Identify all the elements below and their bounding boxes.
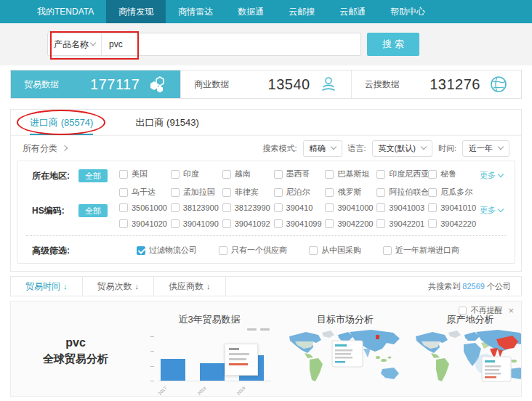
hs-checkbox[interactable]: 39041020 [119, 219, 171, 228]
hs-checkbox[interactable]: 390410 [274, 203, 326, 212]
result-count-text: 共搜索到 82569 个公司 [428, 281, 521, 292]
language-select[interactable]: 英文(默认) [372, 140, 432, 157]
trade-bar-chart[interactable]: 2017 2018 2019 [146, 326, 275, 394]
checkbox-icon [325, 203, 334, 212]
advanced-label: 高级筛选: [32, 243, 78, 257]
region-checkbox-uae[interactable]: 阿拉伯联合... [376, 187, 428, 198]
tab-exporters[interactable]: 出口商 (91543) [135, 110, 198, 135]
chart-bar [161, 359, 185, 381]
all-categories-link[interactable]: 所有分类 [23, 142, 67, 155]
hs-checkbox[interactable]: 39041010 [428, 203, 480, 212]
region-checkbox-usa[interactable]: 美国 [119, 169, 171, 179]
region-checkbox-ecuador[interactable]: 厄瓜多尔 [428, 187, 480, 198]
sort-by-trade-count[interactable]: 贸易次数 ↓ [83, 277, 155, 296]
region-more-link[interactable]: 更多 [480, 170, 503, 181]
hs-checkbox[interactable]: 39042200 [325, 219, 376, 228]
chart-x-label: 2018 [197, 386, 207, 396]
nav-item-my-tendata[interactable]: 我的TENDATA [25, 0, 106, 23]
hs-more-link[interactable]: 更多 [480, 205, 503, 216]
nav-item-business-discovery[interactable]: 商情发现 [106, 0, 166, 23]
advanced-checkbox-new-importers[interactable]: 近一年新增进口商 [383, 243, 459, 257]
nav-item-business-radar[interactable]: 商情雷达 [166, 0, 225, 23]
section-title-origin: 原产地分析 [409, 313, 522, 326]
search-combo: 产品名称 [47, 33, 361, 56]
region-checkbox-mexico[interactable]: 墨西哥 [274, 169, 326, 179]
origin-analysis-map[interactable] [412, 328, 522, 393]
region-checkbox-peru[interactable]: 秘鲁 [428, 169, 480, 179]
nav-item-help-center[interactable]: 帮助中心 [378, 0, 438, 23]
target-market-map[interactable] [286, 328, 405, 393]
chart-x-label: 2019 [236, 386, 246, 396]
hs-checkbox[interactable]: 39041099 [274, 219, 326, 228]
hs-checkbox[interactable]: 39042220 [428, 219, 480, 228]
hs-checkbox[interactable]: 39041003 [376, 203, 428, 212]
search-mode-select[interactable]: 精确 [303, 140, 342, 157]
hs-checkbox[interactable]: 39041090 [171, 219, 222, 228]
hs-checkbox[interactable]: 38123990 [222, 203, 274, 212]
advanced-checkbox-filter-logistics[interactable]: 过滤物流公司 [137, 243, 197, 257]
time-label: 时间: [438, 143, 456, 154]
red-marker-icon [376, 335, 379, 339]
time-select[interactable]: 近一年 [462, 140, 509, 157]
all-categories-label: 所有分类 [23, 142, 57, 155]
tab-count: (85574) [61, 117, 94, 128]
hs-all-button[interactable]: 全部 [78, 204, 108, 217]
checkbox-icon [222, 170, 231, 179]
filter-box: 所在地区: 全部 美国 印度 越南 墨西哥 巴基斯坦 印度尼西亚 秘鲁 乌干达 … [17, 161, 515, 264]
stat-cloud-search-data[interactable]: 云搜数据 131276 [351, 70, 521, 98]
nav-item-cloud-mail-pass[interactable]: 云邮通 [327, 0, 378, 23]
checkbox-icon [309, 246, 318, 255]
chart-x-label: 2017 [158, 386, 168, 396]
stat-trade-data[interactable]: 贸易数据 177117 [11, 70, 180, 98]
checkbox-icon [274, 203, 283, 212]
nav-item-data-pass[interactable]: 数据通 [225, 0, 276, 23]
checkbox-icon [428, 188, 437, 197]
stat-business-data[interactable]: 商业数据 13540 [180, 70, 350, 98]
results-filter-card: 进口商 (85574) 出口商 (91543) 所有分类 搜索模式: 精确 语言… [10, 109, 522, 272]
checkbox-icon [383, 246, 392, 255]
region-checkbox-vietnam[interactable]: 越南 [222, 169, 274, 179]
checkbox-icon [325, 219, 334, 228]
chart-y-ticks [150, 336, 154, 381]
stats-bar: 贸易数据 177117 商业数据 13540 云搜数据 131276 [10, 70, 522, 99]
region-checkbox-pakistan[interactable]: 巴基斯坦 [325, 169, 376, 179]
region-filter-row: 所在地区: 全部 美国 印度 越南 墨西哥 巴基斯坦 印度尼西亚 秘鲁 乌干达 … [17, 169, 515, 198]
hs-checkbox[interactable]: 39041000 [325, 203, 376, 212]
region-checkbox-russia[interactable]: 俄罗斯 [325, 187, 376, 198]
nav-item-cloud-mail-search[interactable]: 云邮搜 [276, 0, 327, 23]
search-input[interactable] [102, 33, 360, 55]
advanced-checkbox-buy-from-china[interactable]: 从中国采购 [309, 243, 361, 257]
region-checkbox-grid: 美国 印度 越南 墨西哥 巴基斯坦 印度尼西亚 秘鲁 乌干达 孟加拉国 菲律宾 … [119, 169, 515, 198]
top-nav: 我的TENDATA 商情发现 商情雷达 数据通 云邮搜 云邮通 帮助中心 [0, 0, 532, 23]
sort-by-supplier-count[interactable]: 供应商数 ↓ [154, 277, 226, 296]
sort-by-trade-time[interactable]: 贸易时间 ↓ [11, 277, 83, 296]
chevron-down-icon [330, 144, 336, 150]
advanced-checkbox-single-supplier[interactable]: 只有一个供应商 [219, 243, 287, 257]
checkbox-icon [119, 203, 128, 212]
checkbox-icon [171, 219, 180, 228]
region-checkbox-indonesia[interactable]: 印度尼西亚 [376, 169, 428, 179]
world-map [412, 328, 522, 393]
region-checkbox-nepal[interactable]: 尼泊尔 [274, 187, 326, 198]
search-button[interactable]: 搜 索 [367, 33, 419, 56]
tab-importers[interactable]: 进口商 (85574) [30, 110, 93, 135]
analysis-brand-title: pvc 全球贸易分析 [24, 335, 127, 366]
checkbox-icon [119, 219, 128, 228]
hs-checkbox[interactable]: 38123900 [171, 203, 222, 212]
region-checkbox-philippines[interactable]: 菲律宾 [222, 187, 274, 198]
region-checkbox-bangladesh[interactable]: 孟加拉国 [171, 187, 222, 198]
hs-code-filter-row: HS编码: 全部 35061000 38123900 38123990 3904… [17, 203, 515, 228]
hs-checkbox[interactable]: 39041092 [222, 219, 274, 228]
stat-label: 商业数据 [194, 78, 229, 91]
tabs-row: 进口商 (85574) 出口商 (91543) [11, 110, 521, 136]
arrow-down-icon: ↓ [63, 277, 68, 296]
checkbox-icon [274, 170, 283, 179]
region-label: 所在地区: [32, 169, 78, 198]
region-checkbox-uganda[interactable]: 乌干达 [119, 187, 171, 198]
hs-checkbox[interactable]: 35061000 [119, 203, 171, 212]
search-category-select[interactable]: 产品名称 [48, 33, 102, 55]
checkbox-icon [171, 170, 180, 179]
region-checkbox-india[interactable]: 印度 [171, 169, 222, 179]
hs-checkbox[interactable]: 39042201 [376, 219, 428, 228]
region-all-button[interactable]: 全部 [78, 169, 108, 182]
